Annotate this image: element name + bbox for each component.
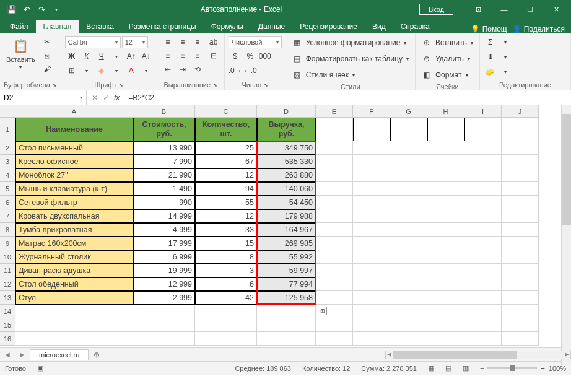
cell[interactable] xyxy=(353,332,390,346)
dialog-launcher-icon[interactable]: ⬊ xyxy=(213,82,217,88)
tab-view[interactable]: Вид xyxy=(365,20,393,33)
increase-font-icon[interactable]: A↑ xyxy=(124,50,138,63)
cell[interactable]: 55 992 xyxy=(257,250,316,264)
row-header[interactable]: 1 xyxy=(0,118,15,141)
italic-button[interactable]: К xyxy=(80,50,94,63)
cut-icon[interactable]: ✂ xyxy=(40,36,54,48)
qat-customize-icon[interactable]: ▾ xyxy=(50,2,63,16)
cell[interactable] xyxy=(464,305,502,318)
cell[interactable] xyxy=(427,318,464,332)
fill-icon[interactable]: ⬇ xyxy=(484,51,497,63)
fill-dd[interactable]: ▾ xyxy=(499,51,512,63)
cell[interactable]: 54 450 xyxy=(257,196,316,209)
row-header[interactable]: 4 xyxy=(0,168,15,182)
copy-icon[interactable]: ⎘ xyxy=(40,50,54,62)
cell[interactable]: Стоимость, руб. xyxy=(133,118,195,141)
underline-button[interactable]: Ч xyxy=(95,50,108,63)
cell[interactable] xyxy=(353,168,390,182)
tab-insert[interactable]: Вставка xyxy=(79,20,121,33)
cell[interactable] xyxy=(133,305,195,318)
chevron-down-icon[interactable]: ▾ xyxy=(80,95,82,100)
cell[interactable] xyxy=(353,118,390,141)
cell[interactable] xyxy=(464,168,502,182)
delete-cells-button[interactable]: ⊖Удалить▾ xyxy=(419,52,473,66)
cell[interactable] xyxy=(316,291,353,305)
cell[interactable]: 33 xyxy=(195,223,257,237)
redo-icon[interactable]: ↷ xyxy=(35,2,48,16)
column-header[interactable]: H xyxy=(427,105,464,118)
login-button[interactable]: Вход xyxy=(419,4,453,15)
cell[interactable] xyxy=(133,318,195,332)
cell[interactable] xyxy=(502,291,539,305)
cell[interactable] xyxy=(390,277,427,291)
cell[interactable] xyxy=(390,196,427,209)
number-format-combo[interactable]: Числовой▾ xyxy=(229,36,282,48)
cell[interactable] xyxy=(502,318,539,332)
scroll-left-icon[interactable]: ◀ xyxy=(387,351,391,357)
zoom-control[interactable]: − + 100% xyxy=(480,365,566,372)
align-middle-icon[interactable]: ≡ xyxy=(176,36,190,48)
fill-color-icon[interactable]: ◆ xyxy=(95,64,108,77)
cell[interactable] xyxy=(257,332,316,346)
cell[interactable] xyxy=(316,209,353,223)
cell[interactable] xyxy=(390,141,427,155)
cell[interactable]: 3 xyxy=(195,264,257,277)
row-header[interactable]: 3 xyxy=(0,155,15,168)
spreadsheet-grid[interactable]: ABCDEFGHIJ 12345678910111213141516 Наиме… xyxy=(0,105,571,347)
cell[interactable] xyxy=(390,291,427,305)
cell[interactable]: 263 880 xyxy=(257,168,316,182)
name-box-input[interactable] xyxy=(4,94,80,102)
horizontal-scrollbar[interactable]: ◀ ▶ xyxy=(385,351,571,359)
close-icon[interactable]: ✕ xyxy=(544,0,569,19)
row-header[interactable]: 11 xyxy=(0,264,15,277)
cell[interactable]: Мышь и клавиатура (к-т) xyxy=(15,182,133,196)
font-color-icon[interactable]: A xyxy=(124,64,138,77)
cell[interactable]: 15 xyxy=(195,237,257,250)
cell[interactable] xyxy=(464,237,502,250)
column-header[interactable]: J xyxy=(502,105,539,118)
cell[interactable] xyxy=(316,332,353,346)
cell[interactable] xyxy=(353,182,390,196)
cell[interactable] xyxy=(427,277,464,291)
cell[interactable] xyxy=(353,237,390,250)
cell[interactable]: 55 xyxy=(195,196,257,209)
cell[interactable] xyxy=(464,332,502,346)
add-sheet-icon[interactable]: ⊕ xyxy=(89,351,105,359)
cell[interactable] xyxy=(427,118,464,141)
cell[interactable]: 990 xyxy=(133,196,195,209)
vertical-scrollbar[interactable] xyxy=(561,105,571,365)
cell[interactable] xyxy=(316,168,353,182)
cell[interactable]: Моноблок 27" xyxy=(15,168,133,182)
cell[interactable]: 25 xyxy=(195,141,257,155)
cell[interactable] xyxy=(316,141,353,155)
cell[interactable]: 1 490 xyxy=(133,182,195,196)
cell[interactable] xyxy=(502,250,539,264)
undo-icon[interactable]: ↶ xyxy=(20,2,33,16)
paste-button[interactable]: 📋 Вставить ▾ xyxy=(4,36,38,71)
clear-icon[interactable]: 🧽 xyxy=(484,66,497,78)
minimize-icon[interactable]: — xyxy=(492,0,517,19)
scrollbar-thumb[interactable] xyxy=(562,114,571,225)
cell[interactable] xyxy=(427,141,464,155)
cell[interactable] xyxy=(15,318,133,332)
cell[interactable]: 535 330 xyxy=(257,155,316,168)
cell[interactable] xyxy=(427,291,464,305)
enter-icon[interactable]: ✓ xyxy=(103,94,109,102)
column-header[interactable]: F xyxy=(353,105,390,118)
cell[interactable] xyxy=(390,168,427,182)
cancel-icon[interactable]: ✕ xyxy=(92,94,98,102)
cell[interactable] xyxy=(390,118,427,141)
cell[interactable] xyxy=(353,209,390,223)
cell[interactable] xyxy=(316,223,353,237)
column-header[interactable]: B xyxy=(133,105,195,118)
cell[interactable] xyxy=(464,277,502,291)
cell[interactable]: Матрас 160х200см xyxy=(15,237,133,250)
dialog-launcher-icon[interactable]: ⬊ xyxy=(264,82,268,88)
cell[interactable] xyxy=(502,305,539,318)
cell[interactable] xyxy=(464,155,502,168)
cell[interactable]: 8 xyxy=(195,250,257,264)
cell[interactable]: 14 999 xyxy=(133,209,195,223)
cell[interactable] xyxy=(353,155,390,168)
bold-button[interactable]: Ж xyxy=(65,50,79,63)
cell[interactable]: 17 999 xyxy=(133,237,195,250)
